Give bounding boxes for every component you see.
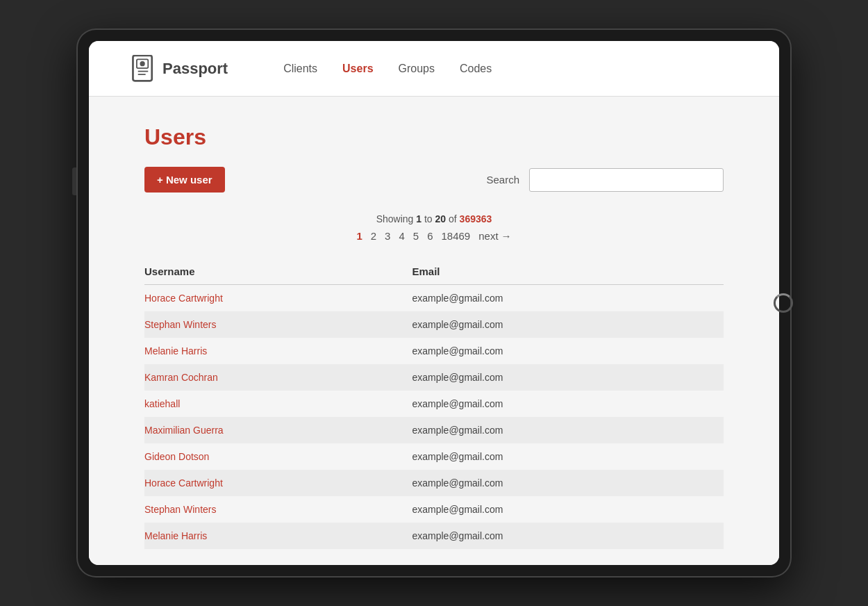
nav-groups[interactable]: Groups xyxy=(399,63,435,75)
user-link[interactable]: Maximilian Guerra xyxy=(144,425,224,436)
page-3[interactable]: 3 xyxy=(385,230,390,242)
search-area: Search xyxy=(486,168,724,192)
email-cell: example@gmail.com xyxy=(401,523,724,549)
search-input[interactable] xyxy=(529,168,724,192)
app-logo-text: Passport xyxy=(162,60,228,78)
svg-point-4 xyxy=(140,61,144,66)
showing-from: 1 xyxy=(416,213,422,224)
of-text: of xyxy=(449,213,457,224)
user-link[interactable]: Stephan Winters xyxy=(144,319,217,330)
device-frame: Passport Clients Users Groups Codes User… xyxy=(76,28,792,578)
table-row: Kamran Cochran example@gmail.com xyxy=(144,364,724,391)
passport-logo-icon xyxy=(131,55,156,83)
to-text: to xyxy=(424,213,433,224)
page-6[interactable]: 6 xyxy=(427,230,433,242)
showing-text: Showing xyxy=(376,213,414,224)
device-screen: Passport Clients Users Groups Codes User… xyxy=(89,41,779,565)
table-row: Stephan Winters example@gmail.com xyxy=(144,496,724,523)
page-1[interactable]: 1 xyxy=(356,230,362,242)
email-cell: example@gmail.com xyxy=(401,417,724,443)
email-cell: example@gmail.com xyxy=(401,364,724,391)
table-row: katiehall example@gmail.com xyxy=(144,391,724,417)
user-link[interactable]: Horace Cartwright xyxy=(144,477,223,489)
showing-to: 20 xyxy=(435,213,446,224)
nav-codes[interactable]: Codes xyxy=(460,63,492,75)
user-link[interactable]: Kamran Cochran xyxy=(144,372,218,383)
table-row: Melanie Harris example@gmail.com xyxy=(144,338,724,364)
email-cell: example@gmail.com xyxy=(401,285,724,312)
nav-users[interactable]: Users xyxy=(342,63,373,75)
email-cell: example@gmail.com xyxy=(401,338,724,364)
total-count: 369363 xyxy=(460,213,492,224)
user-link[interactable]: Horace Cartwright xyxy=(144,293,223,304)
app-logo: Passport xyxy=(131,55,228,83)
page-4[interactable]: 4 xyxy=(399,230,404,242)
next-arrow: → xyxy=(501,230,512,242)
table-header: Username Email xyxy=(144,259,724,285)
col-email: Email xyxy=(401,259,724,285)
table-row: Horace Cartwright example@gmail.com xyxy=(144,285,724,312)
email-cell: example@gmail.com xyxy=(401,443,724,470)
main-content: Users + New user Search Showing 1 to 20 … xyxy=(89,97,779,565)
email-cell: example@gmail.com xyxy=(401,496,724,523)
toolbar: + New user Search xyxy=(144,167,724,193)
user-link[interactable]: Melanie Harris xyxy=(144,530,207,541)
search-label: Search xyxy=(486,174,519,186)
table-row: Horace Cartwright example@gmail.com xyxy=(144,470,724,496)
user-link[interactable]: Melanie Harris xyxy=(144,345,207,357)
page-next[interactable]: next → xyxy=(478,230,511,242)
col-username: Username xyxy=(144,259,401,285)
email-cell: example@gmail.com xyxy=(401,470,724,496)
users-table: Username Email Horace Cartwright example… xyxy=(144,259,724,549)
page-title: Users xyxy=(144,124,724,150)
email-cell: example@gmail.com xyxy=(401,391,724,417)
next-label: next xyxy=(478,230,498,242)
email-cell: example@gmail.com xyxy=(401,311,724,338)
user-link[interactable]: katiehall xyxy=(144,398,180,409)
table-row: Maximilian Guerra example@gmail.com xyxy=(144,417,724,443)
table-row: Melanie Harris example@gmail.com xyxy=(144,523,724,549)
app-nav: Clients Users Groups Codes xyxy=(283,63,492,75)
table-row: Gideon Dotson example@gmail.com xyxy=(144,443,724,470)
nav-clients[interactable]: Clients xyxy=(283,63,317,75)
user-link[interactable]: Stephan Winters xyxy=(144,504,217,515)
table-body: Horace Cartwright example@gmail.com Step… xyxy=(144,285,724,550)
loading-spinner xyxy=(774,293,793,313)
pagination-info: Showing 1 to 20 of 369363 xyxy=(144,213,724,224)
user-link[interactable]: Gideon Dotson xyxy=(144,451,209,462)
page-5[interactable]: 5 xyxy=(413,230,419,242)
app-header: Passport Clients Users Groups Codes xyxy=(89,41,779,97)
table-row: Stephan Winters example@gmail.com xyxy=(144,311,724,338)
pagination: 1 2 3 4 5 6 18469 next → xyxy=(144,230,724,242)
page-last[interactable]: 18469 xyxy=(441,230,470,242)
page-2[interactable]: 2 xyxy=(371,230,376,242)
new-user-button[interactable]: + New user xyxy=(144,167,225,193)
